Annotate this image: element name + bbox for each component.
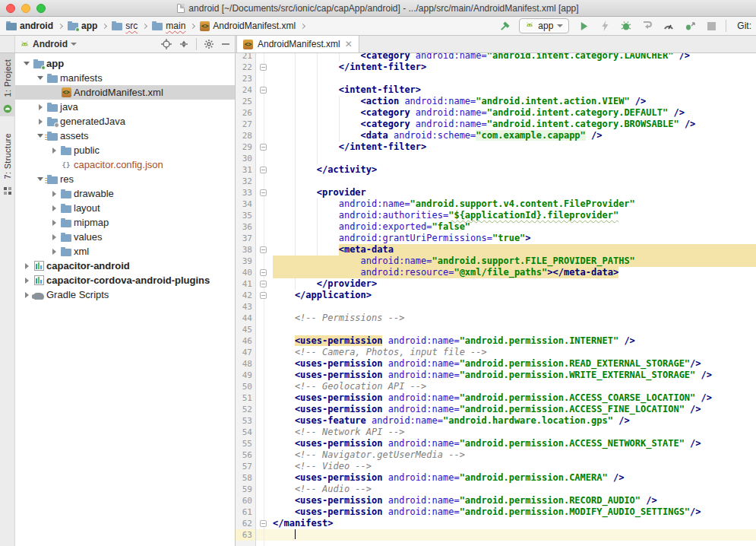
code-line-28[interactable]: 28<data android:scheme="com.example.capa… xyxy=(236,130,756,141)
code-line-43[interactable]: 43 xyxy=(236,301,756,313)
stop-square-icon[interactable] xyxy=(704,19,718,33)
code-line-54[interactable]: 54<!-- Network API --> xyxy=(236,427,756,438)
tree-item-gradle-scripts[interactable]: Gradle Scripts xyxy=(15,287,235,302)
toolwindow-tab-project[interactable]: 1: Project xyxy=(0,53,15,116)
tree-item-assets[interactable]: assets xyxy=(15,129,235,143)
code-line-31[interactable]: 31–</activity> xyxy=(236,164,756,176)
code-line-25[interactable]: 25<action android:name="android.intent.a… xyxy=(236,96,756,107)
code-line-42[interactable]: 42–</application> xyxy=(236,290,756,301)
chevron-down-icon[interactable] xyxy=(21,62,32,65)
build-hammer-icon[interactable] xyxy=(498,19,511,33)
chevron-right-icon[interactable] xyxy=(21,292,32,298)
code-line-45[interactable]: 45 xyxy=(236,324,756,335)
tree-item-layout[interactable]: layout xyxy=(15,201,235,215)
code-line-52[interactable]: 52<uses-permission android:name="android… xyxy=(236,404,756,415)
chevron-right-icon[interactable] xyxy=(49,234,59,240)
breadcrumb-item-src[interactable]: src xyxy=(110,20,139,32)
tree-item-capacitor-android[interactable]: capacitor-android xyxy=(15,259,235,273)
tree-item-xml[interactable]: xml xyxy=(15,244,235,259)
code-line-41[interactable]: 41–</provider> xyxy=(236,278,756,290)
code-line-51[interactable]: 51<uses-permission android:name="android… xyxy=(236,392,756,404)
code-line-30[interactable]: 30 xyxy=(236,153,756,164)
project-view-selector[interactable]: Android xyxy=(33,39,68,49)
code-line-46[interactable]: 46<uses-permission android:name="android… xyxy=(236,335,756,347)
tree-item-generatedjava[interactable]: generatedJava xyxy=(15,114,235,129)
chevron-down-icon[interactable] xyxy=(35,76,46,80)
run-play-icon[interactable] xyxy=(577,19,590,33)
apply-changes-lightning-icon[interactable] xyxy=(598,19,612,33)
code-line-58[interactable]: 58<uses-permission android:name="android… xyxy=(236,472,756,484)
code-line-56[interactable]: 56<!-- Navigator.getUserMedia --> xyxy=(236,449,756,461)
tree-item-androidmanifest-xml[interactable]: <>AndroidManifest.xml xyxy=(15,85,235,100)
tab-androidmanifest[interactable]: <> AndroidManifest.xml ✕ xyxy=(236,35,359,52)
fold-marker-icon[interactable]: – xyxy=(260,144,267,151)
breadcrumb-item-main[interactable]: main xyxy=(150,20,187,32)
tree-item-capacitor-cordova-android-plugins[interactable]: capacitor-cordova-android-plugins xyxy=(15,273,235,287)
breadcrumb-item-androidmanifest-xml[interactable]: <>AndroidManifest.xml xyxy=(198,20,297,32)
code-line-53[interactable]: 53<uses-feature android:name="android.ha… xyxy=(236,415,756,427)
toolwindow-tab-structure[interactable]: 7: Structure xyxy=(3,127,12,194)
tree-item-drawable[interactable]: drawable xyxy=(15,186,235,201)
fold-marker-icon[interactable]: – xyxy=(260,87,267,94)
debug-bug-icon[interactable] xyxy=(619,19,633,33)
code-line-60[interactable]: 60<uses-permission android:name="android… xyxy=(236,495,756,506)
code-line-32[interactable]: 32 xyxy=(236,176,756,187)
coverage-arrow-icon[interactable] xyxy=(641,19,654,33)
tree-item-res[interactable]: res xyxy=(15,172,235,186)
fold-marker-icon[interactable]: – xyxy=(260,520,267,527)
chevron-right-icon[interactable] xyxy=(49,148,59,154)
code-line-21[interactable]: 21<category android:name="android.intent… xyxy=(236,53,756,62)
breadcrumb-item-android[interactable]: android xyxy=(5,20,55,32)
tree-item-capacitor-config-json[interactable]: {}capacitor.config.json xyxy=(15,157,235,172)
code-editor[interactable]: 21<category android:name="android.intent… xyxy=(236,53,756,546)
code-line-40[interactable]: 40–android:resource="@xml/file_paths"></… xyxy=(236,267,756,278)
fold-marker-icon[interactable]: – xyxy=(260,281,267,287)
code-line-62[interactable]: 62–</manifest> xyxy=(236,518,756,529)
tree-item-app[interactable]: app xyxy=(15,56,235,71)
code-line-22[interactable]: 22–</intent-filter> xyxy=(236,62,756,73)
fold-marker-icon[interactable]: – xyxy=(260,64,267,71)
chevron-right-icon[interactable] xyxy=(21,263,32,269)
code-line-35[interactable]: 35android:authorities="${applicationId}.… xyxy=(236,210,756,221)
code-line-50[interactable]: 50<!-- Geolocation API --> xyxy=(236,381,756,392)
code-line-33[interactable]: 33–<provider xyxy=(236,187,756,198)
code-line-59[interactable]: 59<!-- Audio --> xyxy=(236,484,756,495)
code-line-49[interactable]: 49<uses-permission android:name="android… xyxy=(236,370,756,381)
close-icon[interactable]: ✕ xyxy=(345,40,353,49)
collapse-all-icon[interactable] xyxy=(179,39,189,49)
code-line-37[interactable]: 37android:grantUriPermissions="true"> xyxy=(236,233,756,244)
tree-item-public[interactable]: public xyxy=(15,143,235,157)
chevron-right-icon[interactable] xyxy=(35,104,46,110)
tree-item-values[interactable]: values xyxy=(15,230,235,244)
chevron-right-icon[interactable] xyxy=(49,205,59,211)
chevron-right-icon[interactable] xyxy=(49,191,59,197)
chevron-right-icon[interactable] xyxy=(21,278,32,284)
attach-debugger-icon[interactable] xyxy=(683,19,697,33)
run-configuration-select[interactable]: app xyxy=(519,18,569,33)
fold-marker-icon[interactable]: – xyxy=(260,246,267,253)
fold-marker-icon[interactable]: – xyxy=(260,189,267,196)
code-line-47[interactable]: 47<!-- Camera, Photos, input file --> xyxy=(236,347,756,358)
code-line-34[interactable]: 34android:name="android.support.v4.conte… xyxy=(236,198,756,210)
code-line-23[interactable]: 23 xyxy=(236,73,756,84)
tree-item-manifests[interactable]: manifests xyxy=(15,71,235,85)
fold-marker-icon[interactable]: – xyxy=(260,167,267,173)
code-line-63[interactable]: 63 xyxy=(236,529,756,541)
chevron-right-icon[interactable] xyxy=(49,249,59,255)
gear-icon[interactable] xyxy=(204,39,214,49)
tree-item-mipmap[interactable]: mipmap xyxy=(15,215,235,230)
code-line-57[interactable]: 57<!-- Video --> xyxy=(236,461,756,472)
breadcrumb-item-app[interactable]: app xyxy=(66,20,99,32)
code-line-48[interactable]: 48<uses-permission android:name="android… xyxy=(236,358,756,370)
code-line-55[interactable]: 55<uses-permission android:name="android… xyxy=(236,438,756,449)
chevron-right-icon[interactable] xyxy=(49,220,59,226)
chevron-down-icon[interactable] xyxy=(35,134,46,138)
code-line-24[interactable]: 24–<intent-filter> xyxy=(236,84,756,96)
code-line-61[interactable]: 61<uses-permission android:name="android… xyxy=(236,506,756,518)
code-line-27[interactable]: 27<category android:name="android.intent… xyxy=(236,119,756,130)
code-line-39[interactable]: 39android:name="android.support.FILE_PRO… xyxy=(236,256,756,267)
locate-file-icon[interactable] xyxy=(161,39,172,49)
chevron-down-icon[interactable] xyxy=(35,177,46,181)
profiler-gauge-icon[interactable] xyxy=(662,19,675,33)
chevron-down-icon[interactable] xyxy=(71,43,77,46)
